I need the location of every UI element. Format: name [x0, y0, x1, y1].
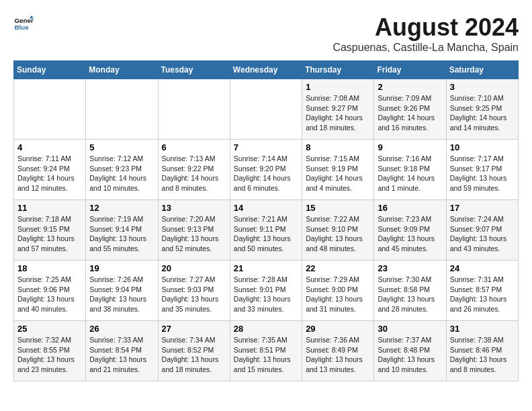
calendar-cell: 26Sunrise: 7:33 AM Sunset: 8:54 PM Dayli… — [86, 321, 158, 381]
calendar-cell: 5Sunrise: 7:12 AM Sunset: 9:23 PM Daylig… — [86, 140, 158, 200]
header-cell-wednesday: Wednesday — [230, 61, 302, 79]
logo: General Blue — [13, 13, 34, 34]
day-info: Sunrise: 7:08 AM Sunset: 9:27 PM Dayligh… — [306, 93, 370, 133]
day-number: 22 — [306, 263, 370, 273]
calendar-cell: 6Sunrise: 7:13 AM Sunset: 9:22 PM Daylig… — [158, 140, 230, 200]
day-info: Sunrise: 7:31 AM Sunset: 8:57 PM Dayligh… — [450, 275, 515, 314]
day-info: Sunrise: 7:11 AM Sunset: 9:24 PM Dayligh… — [17, 154, 82, 193]
day-info: Sunrise: 7:38 AM Sunset: 8:46 PM Dayligh… — [450, 335, 515, 375]
day-info: Sunrise: 7:25 AM Sunset: 9:06 PM Dayligh… — [17, 275, 82, 314]
day-number: 11 — [17, 203, 82, 213]
day-number: 14 — [234, 203, 298, 213]
calendar-table: SundayMondayTuesdayWednesdayThursdayFrid… — [13, 60, 519, 381]
day-number: 28 — [234, 324, 298, 334]
day-info: Sunrise: 7:09 AM Sunset: 9:26 PM Dayligh… — [378, 93, 442, 133]
day-info: Sunrise: 7:18 AM Sunset: 9:15 PM Dayligh… — [17, 214, 82, 254]
week-row-4: 18Sunrise: 7:25 AM Sunset: 9:06 PM Dayli… — [14, 261, 519, 321]
calendar-cell — [158, 79, 230, 140]
day-number: 25 — [17, 324, 82, 334]
day-number: 27 — [162, 324, 226, 334]
day-number: 15 — [306, 203, 370, 213]
calendar-cell: 18Sunrise: 7:25 AM Sunset: 9:06 PM Dayli… — [14, 261, 86, 321]
calendar-cell: 2Sunrise: 7:09 AM Sunset: 9:26 PM Daylig… — [374, 79, 446, 140]
day-info: Sunrise: 7:20 AM Sunset: 9:13 PM Dayligh… — [162, 214, 226, 254]
header-cell-monday: Monday — [86, 61, 158, 79]
calendar-cell: 8Sunrise: 7:15 AM Sunset: 9:19 PM Daylig… — [302, 140, 374, 200]
day-number: 26 — [89, 324, 154, 334]
logo-icon: General Blue — [13, 13, 34, 34]
header-cell-friday: Friday — [374, 61, 446, 79]
day-info: Sunrise: 7:23 AM Sunset: 9:09 PM Dayligh… — [378, 214, 442, 254]
day-number: 21 — [234, 263, 298, 273]
title-section: August 2024 Caspuenas, Castille-La Manch… — [332, 13, 519, 54]
header-cell-thursday: Thursday — [302, 61, 374, 79]
day-number: 3 — [450, 82, 515, 92]
day-info: Sunrise: 7:19 AM Sunset: 9:14 PM Dayligh… — [89, 214, 154, 254]
day-number: 2 — [378, 82, 442, 92]
day-info: Sunrise: 7:37 AM Sunset: 8:48 PM Dayligh… — [378, 335, 442, 375]
calendar-cell: 27Sunrise: 7:34 AM Sunset: 8:52 PM Dayli… — [158, 321, 230, 381]
calendar-cell: 13Sunrise: 7:20 AM Sunset: 9:13 PM Dayli… — [158, 200, 230, 261]
day-number: 16 — [378, 203, 442, 213]
day-info: Sunrise: 7:16 AM Sunset: 9:18 PM Dayligh… — [378, 154, 442, 193]
calendar-cell — [14, 79, 86, 140]
day-info: Sunrise: 7:10 AM Sunset: 9:25 PM Dayligh… — [450, 93, 515, 133]
day-number: 17 — [450, 203, 515, 213]
day-number: 4 — [17, 142, 82, 152]
day-info: Sunrise: 7:36 AM Sunset: 8:49 PM Dayligh… — [306, 335, 370, 375]
day-info: Sunrise: 7:17 AM Sunset: 9:17 PM Dayligh… — [450, 154, 515, 193]
day-info: Sunrise: 7:28 AM Sunset: 9:01 PM Dayligh… — [234, 275, 298, 314]
calendar-cell: 23Sunrise: 7:30 AM Sunset: 8:58 PM Dayli… — [374, 261, 446, 321]
header-cell-tuesday: Tuesday — [158, 61, 230, 79]
header-row: SundayMondayTuesdayWednesdayThursdayFrid… — [14, 61, 519, 79]
calendar-cell: 3Sunrise: 7:10 AM Sunset: 9:25 PM Daylig… — [446, 79, 518, 140]
day-number: 23 — [378, 263, 442, 273]
calendar-cell: 10Sunrise: 7:17 AM Sunset: 9:17 PM Dayli… — [446, 140, 518, 200]
calendar-cell: 25Sunrise: 7:32 AM Sunset: 8:55 PM Dayli… — [14, 321, 86, 381]
svg-text:Blue: Blue — [15, 24, 30, 31]
day-info: Sunrise: 7:21 AM Sunset: 9:11 PM Dayligh… — [234, 214, 298, 254]
day-number: 20 — [162, 263, 226, 273]
calendar-cell: 4Sunrise: 7:11 AM Sunset: 9:24 PM Daylig… — [14, 140, 86, 200]
day-number: 10 — [450, 142, 515, 152]
day-number: 9 — [378, 142, 442, 152]
day-info: Sunrise: 7:32 AM Sunset: 8:55 PM Dayligh… — [17, 335, 82, 375]
calendar-cell: 30Sunrise: 7:37 AM Sunset: 8:48 PM Dayli… — [374, 321, 446, 381]
day-number: 31 — [450, 324, 515, 334]
calendar-cell: 20Sunrise: 7:27 AM Sunset: 9:03 PM Dayli… — [158, 261, 230, 321]
calendar-cell: 15Sunrise: 7:22 AM Sunset: 9:10 PM Dayli… — [302, 200, 374, 261]
calendar-cell: 14Sunrise: 7:21 AM Sunset: 9:11 PM Dayli… — [230, 200, 302, 261]
calendar-cell: 21Sunrise: 7:28 AM Sunset: 9:01 PM Dayli… — [230, 261, 302, 321]
calendar-cell — [230, 79, 302, 140]
day-info: Sunrise: 7:12 AM Sunset: 9:23 PM Dayligh… — [89, 154, 154, 193]
header-cell-saturday: Saturday — [446, 61, 518, 79]
week-row-3: 11Sunrise: 7:18 AM Sunset: 9:15 PM Dayli… — [14, 200, 519, 261]
day-info: Sunrise: 7:24 AM Sunset: 9:07 PM Dayligh… — [450, 214, 515, 254]
calendar-cell: 28Sunrise: 7:35 AM Sunset: 8:51 PM Dayli… — [230, 321, 302, 381]
day-number: 19 — [89, 263, 154, 273]
day-number: 12 — [89, 203, 154, 213]
calendar-cell: 16Sunrise: 7:23 AM Sunset: 9:09 PM Dayli… — [374, 200, 446, 261]
calendar-cell: 11Sunrise: 7:18 AM Sunset: 9:15 PM Dayli… — [14, 200, 86, 261]
day-number: 29 — [306, 324, 370, 334]
header: General Blue August 2024 Caspuenas, Cast… — [13, 13, 519, 54]
calendar-cell: 17Sunrise: 7:24 AM Sunset: 9:07 PM Dayli… — [446, 200, 518, 261]
day-info: Sunrise: 7:34 AM Sunset: 8:52 PM Dayligh… — [162, 335, 226, 375]
calendar-cell: 22Sunrise: 7:29 AM Sunset: 9:00 PM Dayli… — [302, 261, 374, 321]
day-number: 7 — [234, 142, 298, 152]
day-number: 18 — [17, 263, 82, 273]
day-info: Sunrise: 7:29 AM Sunset: 9:00 PM Dayligh… — [306, 275, 370, 314]
day-info: Sunrise: 7:30 AM Sunset: 8:58 PM Dayligh… — [378, 275, 442, 314]
month-year: August 2024 — [332, 13, 519, 42]
calendar-cell: 12Sunrise: 7:19 AM Sunset: 9:14 PM Dayli… — [86, 200, 158, 261]
day-info: Sunrise: 7:13 AM Sunset: 9:22 PM Dayligh… — [162, 154, 226, 193]
calendar-cell: 7Sunrise: 7:14 AM Sunset: 9:20 PM Daylig… — [230, 140, 302, 200]
calendar-cell: 19Sunrise: 7:26 AM Sunset: 9:04 PM Dayli… — [86, 261, 158, 321]
calendar-cell: 1Sunrise: 7:08 AM Sunset: 9:27 PM Daylig… — [302, 79, 374, 140]
calendar-header: SundayMondayTuesdayWednesdayThursdayFrid… — [14, 61, 519, 79]
calendar-cell — [86, 79, 158, 140]
day-number: 8 — [306, 142, 370, 152]
day-info: Sunrise: 7:15 AM Sunset: 9:19 PM Dayligh… — [306, 154, 370, 193]
day-info: Sunrise: 7:27 AM Sunset: 9:03 PM Dayligh… — [162, 275, 226, 314]
location: Caspuenas, Castille-La Mancha, Spain — [332, 42, 519, 54]
